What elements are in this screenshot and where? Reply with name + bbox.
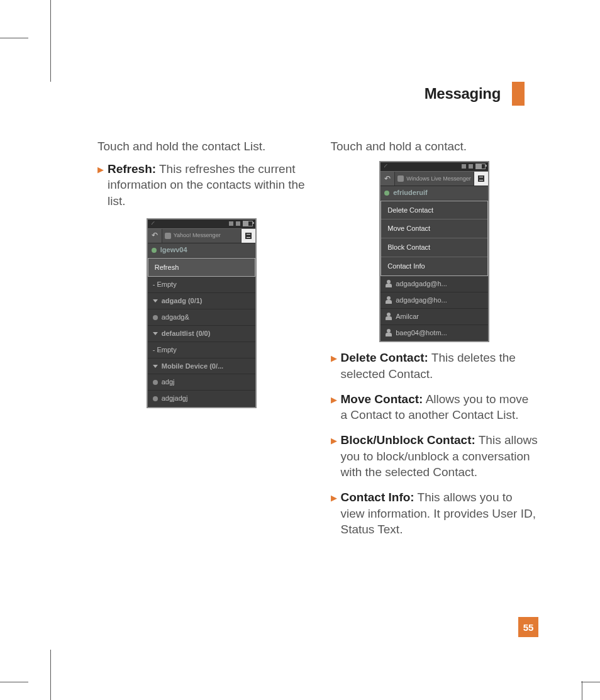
right-figure: ⟋ ↶ Windows Live Messenger	[331, 161, 539, 343]
context-menu: Delete Contact Move Contact Block Contac…	[381, 201, 488, 276]
section-header: Messaging	[425, 82, 525, 106]
triangle-icon: ▶	[331, 435, 337, 481]
menu-item[interactable]: Contact Info	[381, 257, 487, 275]
triangle-icon: ▶	[331, 353, 337, 382]
title-bar: ↶ Yahoo! Messenger	[148, 228, 255, 243]
triangle-icon: ▶	[331, 492, 337, 538]
crop-mark	[50, 0, 51, 82]
page: Messaging Touch and hold the contact Lis…	[0, 0, 600, 700]
crop-mark	[50, 650, 51, 700]
app-title: Windows Live Messenger	[395, 175, 474, 182]
menu-button[interactable]	[474, 172, 488, 186]
section-accent	[512, 82, 525, 106]
list-item-label: - Empty	[153, 345, 177, 355]
user-bar: lgewv04	[148, 243, 255, 258]
contact-list: adgadgadg@h... adgadgag@ho... Amilcar ba…	[381, 276, 488, 341]
bullet-head: Delete Contact:	[341, 351, 428, 364]
bullet-head: Move Contact:	[341, 392, 423, 406]
status-dot-icon	[384, 191, 389, 196]
context-menu: Refresh	[148, 258, 255, 277]
status-icon	[153, 380, 158, 385]
list-item[interactable]: adgjadgj	[148, 391, 255, 407]
back-button[interactable]: ↶	[381, 172, 395, 186]
status-icon	[153, 396, 158, 401]
left-figure: ⟋ ↶ Yahoo! Messenger	[97, 218, 306, 409]
right-lead: Touch and hold a contact.	[331, 138, 539, 155]
user-name: efriuderuif	[393, 188, 427, 197]
status-icon	[229, 221, 233, 226]
bullet-text: Contact Info: This allows you to view in…	[341, 489, 539, 538]
bullet-text: Delete Contact: This deletes the selecte…	[341, 350, 539, 382]
battery-icon	[243, 221, 253, 226]
bullet-item: ▶ Refresh: This refreshes the current in…	[97, 161, 306, 209]
chevron-down-icon	[153, 332, 158, 335]
menu-item[interactable]: Block Contact	[381, 238, 487, 257]
bullet-item: ▶ Move Contact: Allows you to move a Con…	[331, 391, 539, 423]
triangle-icon: ▶	[97, 164, 104, 209]
person-icon	[386, 313, 392, 320]
list-item-label: defaultlist (0/0)	[162, 329, 211, 338]
signal-icon: ⟋	[383, 163, 388, 170]
bullet-text: Move Contact: Allows you to move a Conta…	[341, 391, 539, 423]
triangle-icon: ▶	[331, 394, 337, 423]
person-icon	[386, 280, 392, 287]
title-bar: ↶ Windows Live Messenger	[381, 171, 488, 186]
crop-mark	[0, 38, 28, 38]
content-columns: Touch and hold the contact List. ▶ Refre…	[97, 138, 538, 547]
signal-icon: ⟋	[150, 220, 155, 227]
app-title-label: Yahoo! Messenger	[174, 231, 221, 239]
menu-button[interactable]	[241, 229, 255, 243]
list-item[interactable]: adgadg&	[148, 309, 255, 326]
list-group[interactable]: Mobile Device (0/...	[148, 358, 255, 375]
status-icon	[236, 221, 240, 226]
list-item-label: adgadgag@ho...	[396, 296, 447, 305]
crop-mark	[0, 682, 28, 682]
list-group[interactable]: defaultlist (0/0)	[148, 326, 255, 342]
list-item-label: - Empty	[153, 280, 177, 289]
app-title: Yahoo! Messenger	[162, 231, 241, 239]
left-column: Touch and hold the contact List. ▶ Refre…	[97, 138, 306, 547]
list-item[interactable]: - Empty	[148, 342, 255, 358]
list-item-label: adgadg (0/1)	[162, 296, 203, 306]
status-icon	[462, 164, 466, 169]
person-icon	[386, 329, 392, 336]
bullet-head: Contact Info:	[341, 491, 414, 504]
chevron-down-icon	[153, 365, 158, 368]
list-item[interactable]: adgadgag@ho...	[381, 292, 488, 309]
user-name: lgewv04	[160, 245, 187, 255]
person-icon	[386, 296, 392, 304]
app-title-label: Windows Live Messenger	[406, 175, 471, 182]
crop-mark	[582, 681, 582, 700]
right-column: Touch and hold a contact. ⟋ ↶	[331, 138, 539, 547]
bullet-item: ▶ Contact Info: This allows you to view …	[331, 489, 539, 538]
list-item-label: baeg04@hotm...	[396, 328, 447, 338]
bullet-item: ▶ Block/Unblock Contact: This allows you…	[331, 432, 539, 481]
user-bar: efriuderuif	[381, 186, 488, 201]
status-bar: ⟋	[381, 162, 488, 171]
status-icon	[153, 315, 158, 320]
list-item[interactable]: adgj	[148, 374, 255, 391]
list-group[interactable]: adgadg (0/1)	[148, 293, 255, 309]
menu-item[interactable]: Refresh	[148, 258, 255, 277]
list-item-label: Amilcar	[396, 312, 419, 321]
list-item-label: adgadg&	[162, 313, 189, 322]
bullet-head: Block/Unblock Contact:	[341, 433, 475, 447]
app-icon	[397, 175, 404, 182]
left-lead: Touch and hold the contact List.	[97, 138, 306, 155]
list-item[interactable]: baeg04@hotm...	[381, 325, 488, 342]
menu-item[interactable]: Move Contact	[381, 219, 487, 238]
phone-screenshot: ⟋ ↶ Windows Live Messenger	[379, 161, 489, 343]
bullet-item: ▶ Delete Contact: This deletes the selec…	[331, 350, 539, 382]
list-item[interactable]: adgadgadg@h...	[381, 276, 488, 292]
page-number: 55	[518, 617, 538, 637]
list-item[interactable]: - Empty	[148, 277, 255, 293]
bullet-head: Refresh:	[108, 162, 156, 175]
list-item-label: Mobile Device (0/...	[162, 362, 223, 371]
contact-list: - Empty adgadg (0/1) adgadg& defaultlist…	[148, 277, 255, 407]
list-item[interactable]: Amilcar	[381, 309, 488, 325]
back-button[interactable]: ↶	[148, 229, 162, 243]
chevron-down-icon	[153, 299, 158, 303]
section-title: Messaging	[425, 85, 501, 103]
menu-item[interactable]: Delete Contact	[381, 201, 487, 220]
status-bar: ⟋	[148, 219, 255, 228]
